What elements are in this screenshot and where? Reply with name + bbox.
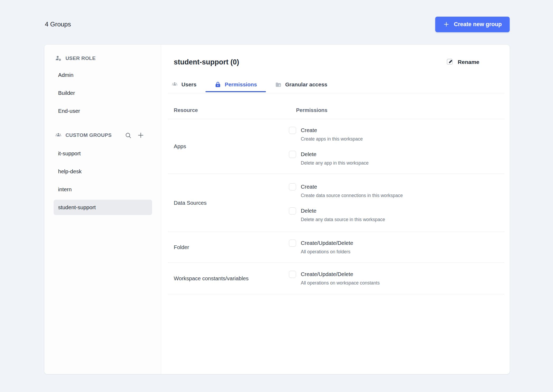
sidebar-item-label: it-support (58, 150, 81, 157)
user-role-section-header: USER ROLE (44, 53, 161, 64)
plus-icon (443, 21, 449, 27)
tab-users-label: Users (181, 81, 196, 88)
permission-description: Delete any app in this workspace (301, 160, 369, 166)
people-group-icon (55, 132, 62, 139)
groups-settings-page: 4 Groups Create new group USER ROLE Admi… (0, 0, 553, 392)
permission-text: Delete Delete any data source in this wo… (301, 207, 385, 223)
permissions-cell: Create/Update/Delete All operations on f… (289, 239, 353, 255)
sidebar-item-end-user[interactable]: End-user (44, 102, 161, 120)
permission-item: Delete Delete any app in this workspace (289, 151, 369, 166)
lock-icon (214, 81, 221, 88)
permission-row-apps: Apps Create Create apps in this workspac… (168, 119, 504, 174)
groups-sidebar: USER ROLE Admin Builder End-user CUSTOM … (44, 45, 161, 374)
permission-name: Delete (301, 207, 385, 214)
create-new-group-button[interactable]: Create new group (435, 17, 510, 32)
sidebar-item-label: Builder (58, 90, 75, 96)
page-title: 4 Groups (45, 21, 71, 28)
sidebar-item-label: intern (58, 186, 72, 193)
permissions-table-header: Resource Permissions (168, 93, 504, 119)
create-new-group-label: Create new group (454, 21, 502, 28)
permission-item: Create Create apps in this workspace (289, 127, 369, 142)
permissions-cell: Create Create data source connections in… (289, 183, 403, 223)
search-icon[interactable] (125, 132, 132, 139)
resource-label: Data Sources (174, 200, 289, 206)
permission-item: Create Create data source connections in… (289, 183, 403, 199)
add-group-icon[interactable] (137, 132, 144, 139)
sidebar-item-help-desk[interactable]: help-desk (44, 162, 161, 180)
permission-name: Create/Update/Delete (301, 270, 380, 278)
permission-description: Delete any data source in this workspace (301, 216, 385, 223)
permissions-cell: Create Create apps in this workspace Del… (289, 127, 369, 166)
resource-label: Folder (174, 244, 289, 250)
checkbox-datasources-delete[interactable] (289, 207, 296, 214)
groups-card: USER ROLE Admin Builder End-user CUSTOM … (44, 44, 510, 374)
custom-groups-list: it-support help-desk intern student-supp… (44, 144, 161, 215)
tab-permissions[interactable]: Permissions (205, 81, 266, 92)
permission-row-folder: Folder Create/Update/Delete All operatio… (168, 232, 504, 263)
folder-user-icon (275, 81, 282, 88)
permission-text: Create/Update/Delete All operations on f… (301, 239, 353, 255)
column-header-permissions: Permissions (296, 107, 327, 113)
sidebar-item-student-support[interactable]: student-support (54, 200, 152, 215)
sidebar-item-label: Admin (58, 72, 73, 78)
tab-granular-access[interactable]: Granular access (266, 81, 336, 92)
rename-button[interactable]: Rename (446, 58, 479, 67)
permission-row-workspace-constants: Workspace constants/variables Create/Upd… (168, 263, 504, 294)
group-tabs: Users Permissions Granular access (168, 80, 504, 93)
permission-row-data-sources: Data Sources Create Create data source c… (168, 174, 504, 232)
sidebar-item-admin[interactable]: Admin (44, 66, 161, 84)
resource-label: Apps (174, 143, 289, 150)
group-detail-panel: student-support (0) Rename Users (161, 45, 510, 374)
tab-permissions-label: Permissions (225, 81, 257, 88)
permission-description: All operations on folders (301, 249, 353, 255)
group-detail-header: student-support (0) Rename (168, 45, 504, 67)
tab-users[interactable]: Users (168, 81, 205, 91)
permission-item: Create/Update/Delete All operations on w… (289, 270, 380, 286)
permission-description: Create data source connections in this w… (301, 192, 403, 199)
sidebar-item-label: End-user (58, 108, 80, 114)
checkbox-workspace-constants-cud[interactable] (289, 271, 296, 278)
person-gear-icon (55, 55, 62, 62)
group-title: student-support (0) (174, 57, 239, 67)
checkbox-apps-delete[interactable] (289, 151, 296, 158)
user-role-section-label: USER ROLE (65, 55, 96, 61)
rename-label: Rename (458, 59, 479, 65)
column-header-resource: Resource (174, 107, 296, 113)
custom-groups-section-header: CUSTOM GROUPS (44, 129, 161, 141)
permission-description: All operations on workspace constants (301, 280, 380, 286)
permission-item: Delete Delete any data source in this wo… (289, 207, 403, 223)
permission-name: Create (301, 183, 403, 190)
top-bar: 4 Groups Create new group (45, 16, 510, 32)
checkbox-apps-create[interactable] (289, 127, 296, 134)
sidebar-item-it-support[interactable]: it-support (44, 144, 161, 162)
tab-granular-access-label: Granular access (285, 81, 327, 88)
custom-groups-tools (125, 132, 144, 139)
checkbox-folder-cud[interactable] (289, 240, 296, 247)
permissions-cell: Create/Update/Delete All operations on w… (289, 270, 380, 286)
sidebar-item-intern[interactable]: intern (44, 180, 161, 198)
permission-name: Create/Update/Delete (301, 239, 353, 247)
edit-pencil-icon (446, 58, 454, 67)
permission-text: Create Create apps in this workspace (301, 127, 363, 142)
sidebar-item-label: student-support (58, 204, 96, 211)
sidebar-item-label: help-desk (58, 168, 82, 175)
permission-text: Create/Update/Delete All operations on w… (301, 270, 380, 286)
permission-item: Create/Update/Delete All operations on f… (289, 239, 353, 255)
checkbox-datasources-create[interactable] (289, 183, 296, 190)
custom-groups-section-label: CUSTOM GROUPS (65, 132, 112, 138)
users-icon (171, 81, 178, 88)
permission-text: Create Create data source connections in… (301, 183, 403, 199)
permission-description: Create apps in this workspace (301, 136, 363, 142)
permission-name: Delete (301, 151, 369, 158)
permission-text: Delete Delete any app in this workspace (301, 151, 369, 166)
sidebar-item-builder[interactable]: Builder (44, 84, 161, 102)
user-role-list: Admin Builder End-user (44, 66, 161, 120)
resource-label: Workspace constants/variables (174, 275, 289, 282)
permission-name: Create (301, 127, 363, 134)
